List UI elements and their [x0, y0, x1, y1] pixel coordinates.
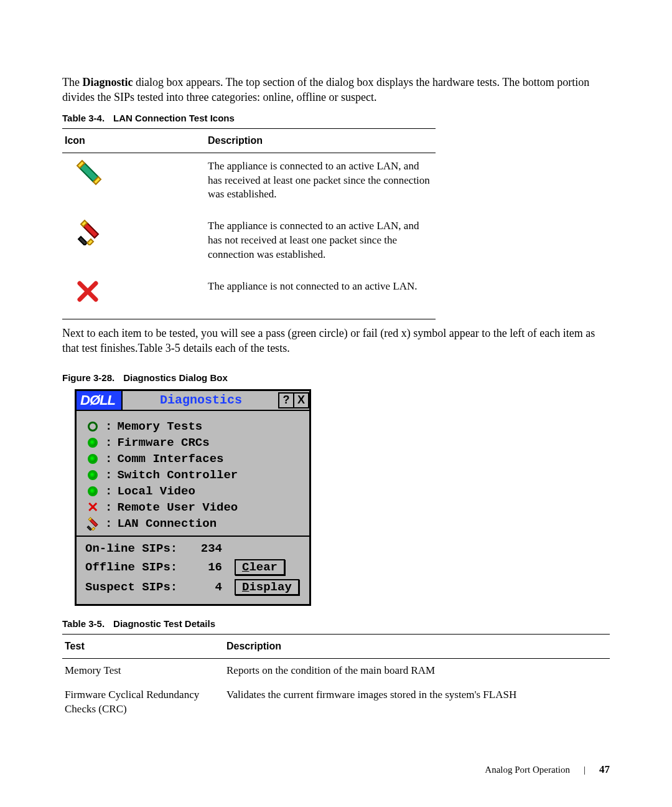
test-label: Memory Tests — [117, 420, 202, 433]
test-desc-cell: Reports on the condition of the main boa… — [224, 658, 610, 682]
table-3-4-title: LAN Connection Test Icons — [113, 113, 235, 123]
status-pass-icon — [85, 486, 100, 496]
online-sips-label: On-line SIPs: — [85, 542, 191, 555]
page-footer: Analog Port Operation | 47 — [485, 763, 610, 776]
col-description-header: Description — [205, 128, 436, 153]
intro-text-a: The — [62, 76, 82, 88]
diagnostics-dialog: DØLL Diagnostics ? X : Memory Tests : Fi… — [75, 389, 311, 606]
suspect-sips-row: Suspect SIPs: 4 Display — [85, 579, 301, 595]
page-number: 47 — [599, 763, 610, 776]
svg-marker-5 — [78, 237, 87, 245]
display-rest: isplay — [249, 580, 291, 594]
lan-disconnected-icon — [76, 280, 100, 303]
table-row: Memory Test Reports on the condition of … — [62, 658, 610, 682]
status-lan-icon — [85, 517, 100, 531]
status-pass-icon — [85, 454, 100, 464]
test-label: Local Video — [117, 484, 195, 498]
test-label: LAN Connection — [117, 517, 217, 531]
test-name-cell: Memory Test — [62, 658, 224, 682]
offline-sips-row: Offline SIPs: 16 Clear — [85, 559, 301, 575]
table-3-4: Icon Description The appliance is connec… — [62, 128, 436, 320]
desc-cell: The appliance is not connected to an act… — [205, 273, 436, 319]
test-row-switch: : Switch Controller — [85, 468, 301, 482]
status-fail-icon: ✕ — [85, 503, 100, 512]
offline-sips-value: 16 — [191, 560, 222, 574]
desc-cell: The appliance is connected to an active … — [205, 213, 436, 273]
test-row-localvideo: : Local Video — [85, 484, 301, 498]
table-3-5: Test Description Memory Test Reports on … — [62, 634, 610, 722]
help-button[interactable]: ? — [278, 392, 294, 408]
offline-sips-label: Offline SIPs: — [85, 560, 191, 574]
table-3-4-number: Table 3-4. — [62, 113, 105, 123]
table-3-4-caption: Table 3-4.LAN Connection Test Icons — [62, 113, 610, 123]
intro-text-c: dialog box appears. The top section of t… — [62, 76, 589, 103]
clear-accel: C — [242, 560, 249, 574]
test-label: Switch Controller — [117, 468, 238, 482]
dialog-separator — [77, 536, 309, 537]
dialog-titlebar: DØLL Diagnostics ? X — [77, 391, 309, 411]
test-row-comm: : Comm Interfaces — [85, 452, 301, 466]
intro-paragraph: The Diagnostic dialog box appears. The t… — [62, 75, 610, 105]
close-button[interactable]: X — [293, 392, 309, 408]
col-icon-header: Icon — [62, 128, 205, 153]
table-3-5-number: Table 3-5. — [62, 618, 105, 629]
test-label: Comm Interfaces — [117, 452, 223, 466]
test-row-memory: : Memory Tests — [85, 420, 301, 433]
test-label: Remote User Video — [117, 501, 238, 514]
svg-marker-6 — [87, 239, 93, 245]
online-sips-row: On-line SIPs: 234 — [85, 542, 301, 555]
footer-separator: | — [584, 765, 586, 775]
clear-rest: lear — [249, 560, 278, 574]
dialog-title: Diagnostics — [123, 393, 279, 407]
table-row: The appliance is connected to an active … — [62, 153, 436, 213]
lan-connected-active-icon — [76, 159, 102, 186]
intro-diagnostic-word: Diagnostic — [82, 76, 133, 88]
col-description-header: Description — [224, 634, 610, 658]
svg-marker-11 — [87, 526, 91, 530]
test-row-firmware: : Firmware CRCs — [85, 436, 301, 450]
lan-connected-inactive-icon — [76, 219, 102, 245]
status-pass-icon — [85, 470, 100, 480]
footer-section: Analog Port Operation — [485, 765, 570, 775]
clear-button[interactable]: Clear — [235, 559, 285, 575]
col-test-header: Test — [62, 634, 224, 658]
status-pass-icon — [85, 438, 100, 448]
table-row: Firmware Cyclical Redundancy Checks (CRC… — [62, 683, 610, 722]
test-desc-cell: Validates the current firmware images st… — [224, 683, 610, 722]
test-label: Firmware CRCs — [117, 436, 209, 450]
display-button[interactable]: Display — [235, 579, 299, 595]
test-row-remotevideo: ✕ : Remote User Video — [85, 501, 301, 514]
svg-marker-12 — [91, 527, 95, 531]
mid-paragraph: Next to each item to be tested, you will… — [62, 326, 610, 356]
figure-3-28-title: Diagnostics Dialog Box — [123, 372, 228, 383]
table-row: The appliance is not connected to an act… — [62, 273, 436, 319]
table-3-5-caption: Table 3-5.Diagnostic Test Details — [62, 618, 610, 629]
test-row-lan: : LAN Connection — [85, 517, 301, 531]
figure-3-28-number: Figure 3-28. — [62, 372, 114, 383]
test-name-cell: Firmware Cyclical Redundancy Checks (CRC… — [62, 683, 224, 722]
table-row: The appliance is connected to an active … — [62, 213, 436, 273]
suspect-sips-label: Suspect SIPs: — [85, 580, 191, 594]
desc-cell: The appliance is connected to an active … — [205, 153, 436, 213]
online-sips-value: 234 — [191, 542, 222, 555]
figure-3-28-caption: Figure 3-28.Diagnostics Dialog Box — [62, 372, 610, 383]
suspect-sips-value: 4 — [191, 580, 222, 594]
display-accel: D — [242, 580, 249, 594]
dell-logo: DØLL — [77, 391, 123, 410]
table-3-5-title: Diagnostic Test Details — [113, 618, 215, 629]
status-running-icon — [85, 422, 100, 432]
